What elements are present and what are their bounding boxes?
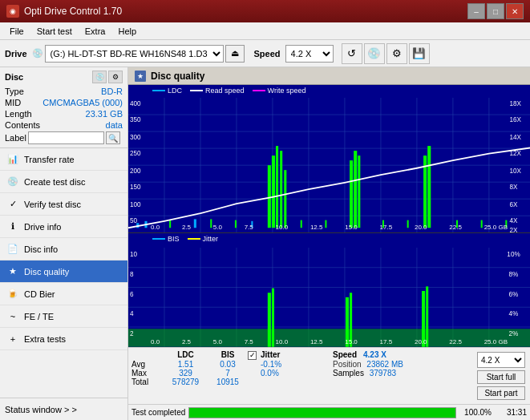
sidebar-item-label: Disc info <box>24 244 58 254</box>
start-part-button[interactable]: Start part <box>477 386 525 400</box>
svg-text:4: 4 <box>130 309 134 317</box>
sidebar-item-cd-bier[interactable]: 🍺 CD Bier <box>0 283 127 305</box>
stats-avg-row: Avg 1.51 0.03 -0.1% Position 23862 MB <box>131 360 475 369</box>
refresh-button[interactable]: ↺ <box>342 43 362 64</box>
disc-quality-header-icon: ★ <box>137 72 144 80</box>
sidebar-item-drive-info[interactable]: ℹ Drive info <box>0 216 127 238</box>
menu-file[interactable]: File <box>3 25 30 38</box>
sidebar-item-label: Verify test disc <box>24 200 81 209</box>
x2-label-175: 17.5 <box>380 338 393 345</box>
sidebar-item-create-test-disc[interactable]: 💿 Create test disc <box>0 171 127 193</box>
content-area: ★ Disc quality LDC Read speed <box>128 67 530 420</box>
disc-icon-1[interactable]: 💿 <box>92 71 107 83</box>
disc-button[interactable]: 💿 <box>364 43 385 64</box>
speed-select[interactable]: 4.2 X <box>285 45 334 63</box>
disc-label-input[interactable] <box>28 131 104 144</box>
stats-row: LDC BIS ✓ Jitter Speed 4.23 X <box>131 350 527 402</box>
disc-contents-value: data <box>106 120 123 130</box>
stats-avg-empty <box>248 360 261 369</box>
svg-text:10X: 10X <box>509 166 521 175</box>
legend-write-speed: Write speed <box>253 87 306 95</box>
speed-label: Speed <box>254 49 281 59</box>
svg-text:200: 200 <box>130 166 141 175</box>
sidebar-item-extra-tests[interactable]: + Extra tests <box>0 328 127 350</box>
disc-label-button[interactable]: 🔍 <box>106 131 120 144</box>
stats-total-bis: 10915 <box>208 378 248 386</box>
legend-jitter: Jitter <box>188 235 219 243</box>
svg-text:6%: 6% <box>508 290 518 298</box>
disc-mid-value: CMCMAGBA5 (000) <box>42 98 123 107</box>
transfer-rate-icon: 📊 <box>6 153 19 166</box>
start-full-button[interactable]: Start full <box>477 370 525 384</box>
svg-text:16X: 16X <box>509 115 521 123</box>
x2-label-150: 15.0 <box>345 338 358 345</box>
sidebar-item-transfer-rate[interactable]: 📊 Transfer rate <box>0 148 127 171</box>
svg-text:6: 6 <box>130 290 134 298</box>
svg-rect-25 <box>280 151 282 228</box>
disc-mid-label: MID <box>5 98 21 107</box>
stats-max-row: Max 329 7 0.0% Samples 379783 <box>131 369 475 378</box>
progress-bar-inner <box>189 408 455 418</box>
close-button[interactable]: ✕ <box>506 3 524 19</box>
svg-text:100: 100 <box>130 200 141 208</box>
content-header-icon: ★ <box>135 71 146 82</box>
disc-icon-2[interactable]: ⚙ <box>108 71 123 83</box>
eject-button[interactable]: ⏏ <box>225 45 245 63</box>
disc-label-label: Label <box>5 133 26 143</box>
menu-start-test[interactable]: Start test <box>30 25 79 38</box>
stats-position-label-wrap: Position 23862 MB <box>333 360 405 369</box>
disc-length-value: 23.31 GB <box>86 109 123 119</box>
settings-button[interactable]: ⚙ <box>386 43 407 64</box>
drive-icon-buttons: ↺ 💿 ⚙ 💾 <box>342 43 430 64</box>
status-window-label: Status window > > <box>5 405 77 414</box>
maximize-button[interactable]: □ <box>487 3 504 19</box>
sidebar-item-disc-quality[interactable]: ★ Disc quality <box>0 260 127 283</box>
fe-te-icon: ~ <box>6 310 19 323</box>
lower-chart: BIS Jitter <box>128 233 530 347</box>
stats-max-bis: 7 <box>208 369 248 378</box>
stats-avg-jitter: -0.1% <box>261 360 333 369</box>
app-icon: ◉ <box>6 5 19 18</box>
sidebar-item-verify-test-disc[interactable]: ✓ Verify test disc <box>0 193 127 216</box>
status-text: Test completed <box>131 408 185 417</box>
x2-label-0: 0.0 <box>151 338 160 345</box>
menu-extra[interactable]: Extra <box>79 25 112 38</box>
legend-read-speed-label: Read speed <box>205 87 245 95</box>
svg-text:150: 150 <box>130 183 141 192</box>
sidebar-item-label: Transfer rate <box>24 155 75 164</box>
svg-text:250: 250 <box>130 148 141 157</box>
charts-area: LDC Read speed Write speed <box>128 85 530 347</box>
lower-chart-svg: 10 8 6 4 2 10% 8% 6% 4% 2% <box>128 248 530 347</box>
stats-max-label: Max <box>131 369 164 378</box>
stats-avg-bis: 0.03 <box>208 360 248 369</box>
svg-text:18X: 18X <box>509 99 521 107</box>
disc-title: Disc <box>5 72 23 82</box>
disc-mid-row: MID CMCMAGBA5 (000) <box>5 98 123 107</box>
stats-samples-wrap: Samples 379783 <box>333 369 405 378</box>
svg-text:400: 400 <box>130 99 141 107</box>
drive-cd-icon: 💿 <box>32 48 43 59</box>
x2-label-225: 22.5 <box>449 338 462 345</box>
x-label-50: 5.0 <box>213 224 222 231</box>
menu-help[interactable]: Help <box>111 25 143 38</box>
status-window-button[interactable]: Status window > > <box>0 398 127 420</box>
legend-ldc: LDC <box>152 87 182 95</box>
minimize-button[interactable]: – <box>467 3 485 19</box>
title-bar: ◉ Opti Drive Control 1.70 – □ ✕ <box>0 0 530 22</box>
upper-legend: LDC Read speed Write speed <box>128 85 530 96</box>
drive-select[interactable]: (G:) HL-DT-ST BD-RE WH16NS48 1.D3 <box>45 45 224 63</box>
verify-test-disc-icon: ✓ <box>6 198 19 211</box>
x-label-75: 7.5 <box>245 224 253 231</box>
progress-time: 31:31 <box>495 408 527 417</box>
legend-read-speed-line <box>190 90 203 91</box>
jitter-checkbox[interactable]: ✓ <box>248 351 257 360</box>
sidebar-item-disc-info[interactable]: 📄 Disc info <box>0 238 127 260</box>
save-button[interactable]: 💾 <box>409 43 430 64</box>
svg-text:2: 2 <box>130 329 134 337</box>
speed-dropdown[interactable]: 4.2 X <box>477 352 525 368</box>
sidebar-item-fe-te[interactable]: ~ FE / TE <box>0 305 127 328</box>
svg-text:6X: 6X <box>509 200 517 208</box>
svg-rect-31 <box>427 146 431 228</box>
disc-header: Disc 💿 ⚙ <box>5 71 123 83</box>
legend-read-speed: Read speed <box>190 87 245 95</box>
